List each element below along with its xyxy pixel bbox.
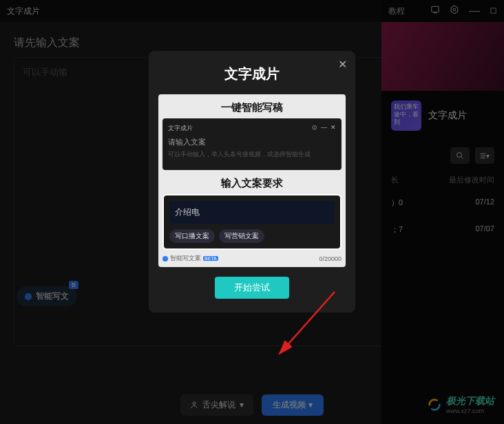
inner-placeholder: 可以手动输入，单人头条号接视频，或选择智能生成 xyxy=(168,150,336,159)
inner-input-field: 介绍电 xyxy=(169,201,335,224)
svg-line-8 xyxy=(280,292,335,354)
inner-counter: 0/20000 xyxy=(319,255,342,262)
inner-chip-1: 写口播文案 xyxy=(169,229,215,243)
inner-app-title: 文字成片 xyxy=(168,124,193,133)
modal-backdrop: ✕ 文字成片 一键智能写稿 文字成片 ⊙ — ✕ 请输入文案 可以手动输入，单人… xyxy=(0,0,504,424)
inner-beta-badge: BETA xyxy=(203,256,218,261)
preview-inner-app: 文字成片 ⊙ — ✕ 请输入文案 可以手动输入，单人头条号接视频，或选择智能生成 xyxy=(162,118,342,170)
modal-title: 文字成片 xyxy=(158,65,346,83)
inner-chip-2: 写营销文案 xyxy=(219,229,264,243)
preview-caption-1: 一键智能写稿 xyxy=(162,101,342,114)
inner-window-controls: ⊙ — ✕ xyxy=(312,124,336,133)
inner-ai-label: 智能写文案 xyxy=(170,254,201,263)
preview-highlighted-box: 介绍电 写口播文案 写营销文案 xyxy=(162,194,342,250)
ai-dot-icon xyxy=(162,256,168,262)
modal-preview-image: 一键智能写稿 文字成片 ⊙ — ✕ 请输入文案 可以手动输入，单人头条号接视频，… xyxy=(158,94,346,267)
inner-prompt-label: 请输入文案 xyxy=(168,137,336,147)
modal-close-button[interactable]: ✕ xyxy=(338,58,347,71)
modal-dialog: ✕ 文字成片 一键智能写稿 文字成片 ⊙ — ✕ 请输入文案 可以手动输入，单人… xyxy=(149,51,355,312)
inner-ai-write: 智能写文案 BETA xyxy=(162,254,218,263)
preview-caption-2: 输入文案要求 xyxy=(162,177,342,190)
start-try-button[interactable]: 开始尝试 xyxy=(215,277,289,299)
